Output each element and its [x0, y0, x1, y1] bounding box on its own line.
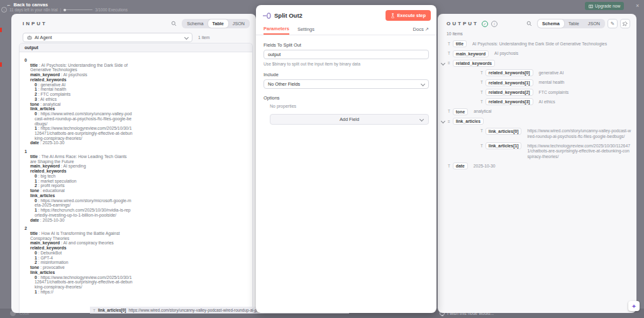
input-tree-row[interactable]: 0 : big tech	[25, 174, 133, 179]
input-view-tabs: SchemaTableJSON	[182, 19, 250, 28]
input-tree-row[interactable]: 1 : GPT-4	[25, 256, 133, 261]
back-to-canvas-button[interactable]: ← Back to canvas	[6, 2, 48, 8]
tab-json[interactable]: JSON	[584, 20, 604, 28]
input-tree-row[interactable]: 0 : https://www.wired.com/story/microsof…	[25, 198, 133, 208]
info-icon: i	[1, 7, 7, 13]
input-tree-row[interactable]: link_articles	[25, 193, 133, 198]
schema-key-pill[interactable]: related_keywords[3]	[486, 98, 533, 105]
input-tree-row[interactable]: related_keywords	[25, 169, 133, 174]
pin-data-button[interactable]	[620, 19, 630, 28]
schema-key-pill[interactable]: link_articles[0]	[486, 128, 522, 135]
schema-key-pill[interactable]: link_articles	[453, 118, 484, 125]
include-select[interactable]: No Other Fields	[264, 79, 429, 89]
schema-key-pill[interactable]: tone	[453, 108, 468, 115]
input-tree-row[interactable]: 1 : mental health	[25, 87, 133, 92]
tab-table[interactable]: Table	[208, 20, 228, 28]
input-tree-row[interactable]: title : How AI is Transforming the Battl…	[25, 231, 133, 241]
schema-value: AI ethics	[539, 98, 631, 105]
output-schema-row[interactable]: Trelated_keywords[2]FTC complaints	[438, 88, 636, 97]
output-schema-row[interactable]: ≡related_keywords	[438, 59, 636, 68]
success-check-icon: ✓	[482, 21, 488, 27]
type-string-icon: T	[480, 69, 483, 75]
schema-key-pill[interactable]: related_keywords[0]	[486, 69, 533, 76]
output-schema-row[interactable]: TtitleAI Psychosis: Understanding the Da…	[438, 39, 636, 48]
input-tree-row[interactable]: tone : analytical	[25, 102, 133, 107]
input-tree-row[interactable]: tone : educational	[25, 188, 133, 193]
output-schema-row[interactable]: Tlink_articles[0]https://www.wired.com/s…	[438, 126, 636, 141]
schema-key-pill[interactable]: date	[453, 162, 468, 169]
output-view-tabs: SchemaTableJSON	[537, 19, 605, 28]
schema-key-pill[interactable]: link_articles[1]	[486, 142, 522, 149]
output-schema-row[interactable]: ≡link_articles	[438, 116, 636, 126]
flask-icon	[391, 13, 395, 18]
input-tree-row[interactable]: 3 : AI ethics	[25, 97, 133, 102]
execute-step-button[interactable]: Execute step	[386, 10, 431, 21]
input-tree-row[interactable]: date : 2025-10-30	[25, 218, 133, 223]
input-tree-row[interactable]: tone : provocative	[25, 265, 133, 270]
edit-output-button[interactable]: ✎	[608, 19, 618, 28]
tab-schema[interactable]: Schema	[538, 20, 564, 28]
input-tree-row[interactable]: related_keywords	[25, 246, 133, 251]
input-tree-row[interactable]: 2 : misinformation	[25, 260, 133, 265]
schema-key-pill[interactable]: related_keywords[1]	[486, 79, 533, 86]
type-string-icon: T	[448, 50, 450, 56]
input-tree-row[interactable]: link_articles	[25, 106, 133, 111]
output-schema-row[interactable]: Trelated_keywords[1]mental health	[438, 78, 636, 88]
chevron-down-icon[interactable]	[441, 61, 445, 65]
schema-value: mental health	[539, 79, 631, 86]
output-panel: OUTPUT ✓ i SchemaTableJSON ✎ 10 items Tt…	[438, 14, 636, 313]
schema-key-pill[interactable]: related_keywords	[453, 60, 495, 67]
input-tree-row[interactable]: 1 : market speculation	[25, 179, 133, 184]
input-tree-row[interactable]: 1 : https://techcrunch.com/2025/10/30/nv…	[25, 208, 133, 217]
input-tree-row[interactable]: 0 : DebunkBot	[25, 251, 133, 256]
input-tree-row[interactable]: 2 : profit reports	[25, 183, 133, 188]
input-tree-row[interactable]: 0 : https://www.technologyreview.com/202…	[25, 275, 133, 290]
tab-schema[interactable]: Schema	[182, 20, 208, 28]
input-tree-row[interactable]: 1 : https://	[25, 290, 133, 295]
schema-value: FTC complaints	[539, 89, 631, 95]
upgrade-now-button[interactable]: Upgrade now	[585, 2, 624, 10]
input-tree-row[interactable]: title : The AI Arms Race: How Leading Te…	[25, 154, 133, 164]
output-schema-row[interactable]: Tlink_articles[1]https://www.technologyr…	[438, 141, 636, 161]
input-tree-row[interactable]: date : 2025-10-30	[25, 140, 133, 145]
options-empty-text: No properties	[270, 104, 429, 108]
output-schema-row[interactable]: Tmain_keywordAI psychosis	[438, 48, 636, 58]
search-icon[interactable]	[171, 21, 177, 26]
input-tree-row[interactable]: main_keyword : AI and conspiracy theorie…	[25, 241, 133, 246]
docs-link[interactable]: Docs ↗	[413, 26, 429, 35]
input-tree-row[interactable]: 0 : generative AI	[25, 82, 133, 88]
node-modal: Split Out2 Execute step Parameters Setti…	[256, 5, 436, 313]
input-tree-row[interactable]: related_keywords	[25, 77, 133, 82]
output-schema-row[interactable]: Ttoneanalytical	[438, 107, 636, 116]
close-banner-icon[interactable]: ×	[636, 3, 639, 9]
divider: |	[60, 8, 62, 12]
tab-json[interactable]: JSON	[228, 20, 249, 28]
input-tree-row[interactable]: main_keyword : AI spending	[25, 164, 133, 169]
input-tree-row[interactable]: 1 : https://www.technologyreview.com/202…	[25, 126, 133, 140]
add-field-button[interactable]: Add Field	[270, 114, 429, 125]
input-tree-row[interactable]: 2 : FTC complaints	[25, 92, 133, 97]
back-to-canvas-label: Back to canvas	[14, 2, 48, 8]
input-tree-row[interactable]: title : AI Psychosis: Understanding the …	[25, 63, 133, 72]
tab-settings[interactable]: Settings	[297, 26, 314, 35]
input-source-select[interactable]: AI Agent	[23, 33, 192, 42]
input-column-header[interactable]: output	[19, 43, 252, 52]
ai-assistant-button[interactable]: ✦	[628, 301, 640, 311]
schema-key-pill[interactable]: main_keyword	[453, 50, 489, 57]
output-schema-row[interactable]: Trelated_keywords[0]generative AI	[438, 68, 636, 77]
list-type-icon: ≡	[448, 118, 450, 123]
search-icon[interactable]	[526, 21, 532, 26]
schema-key-pill[interactable]: related_keywords[2]	[486, 89, 533, 96]
add-field-label: Add Field	[340, 116, 359, 122]
output-schema-row[interactable]: Tdate2025-10-30	[438, 161, 636, 171]
input-tree-row[interactable]: main_keyword : AI psychosis	[25, 72, 133, 77]
schema-key-pill[interactable]: title	[453, 40, 467, 47]
fields-to-split-out-input[interactable]: output	[264, 50, 429, 59]
chevron-down-icon[interactable]	[441, 119, 445, 123]
tab-parameters[interactable]: Parameters	[264, 26, 289, 35]
input-tree-row[interactable]: 0 : https://www.wired.com/story/uncanny-…	[25, 111, 133, 126]
canvas-node-error-sliver	[0, 62, 2, 67]
tab-table[interactable]: Table	[564, 20, 584, 28]
input-tree-row[interactable]: link_articles	[25, 270, 133, 275]
output-schema-row[interactable]: Trelated_keywords[3]AI ethics	[438, 97, 636, 106]
